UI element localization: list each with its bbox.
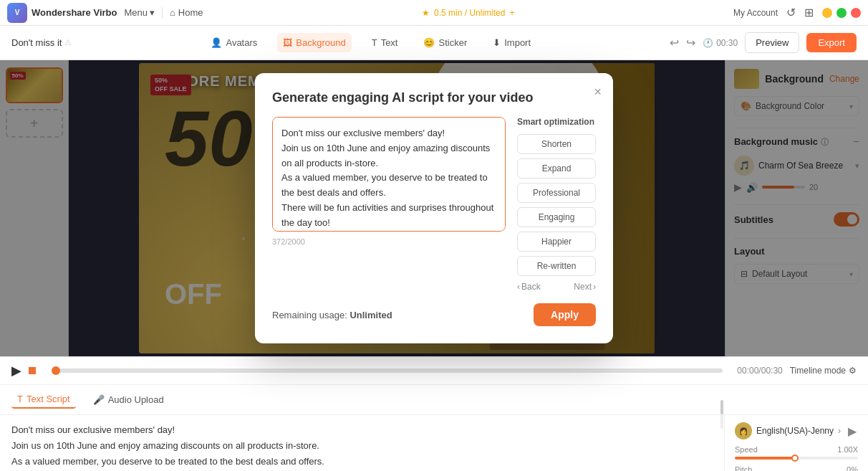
play-button[interactable]: ▶ xyxy=(11,363,21,379)
script-textarea-wrap: Don't miss our exclusive members' day! J… xyxy=(272,117,506,292)
scrollbar xyxy=(720,415,723,429)
speed-fill xyxy=(735,457,796,460)
rewritten-button[interactable]: Re-written xyxy=(517,256,596,276)
logo-icon: V xyxy=(7,3,27,23)
voice-name: English(USA)-Jenny xyxy=(756,426,834,436)
sticker-icon: 😊 xyxy=(423,37,435,48)
back-button[interactable]: ‹ Back xyxy=(517,282,541,292)
text-script-tab[interactable]: T Text Script xyxy=(11,391,76,409)
undo-button[interactable]: ↩ xyxy=(670,36,679,49)
toolbar-right: ↩ ↪ 🕐 00:30 Preview Export xyxy=(670,32,857,53)
home-button[interactable]: ⌂ Home xyxy=(170,7,203,18)
top-bar: V Wondershare Virbo Menu ▾ ⌂ Home ★ 0.5 … xyxy=(0,0,868,26)
speed-row: Speed 1.00X xyxy=(735,445,858,460)
toolbar-center: 👤 Avatars 🖼 Background T Text 😊 Sticker … xyxy=(205,33,536,52)
ai-script-modal: × Generate engaging AI script for your v… xyxy=(255,73,613,343)
app-name: Wondershare Virbo xyxy=(32,7,117,18)
voice-play-button[interactable]: ▶ xyxy=(848,424,857,438)
apply-button[interactable]: Apply xyxy=(534,303,596,326)
plan-info: ★ 0.5 min / Unlimited + xyxy=(211,8,726,18)
text-tab[interactable]: T Text xyxy=(366,33,404,52)
text-script-bar: T Text Script 🎤 Audio Upload xyxy=(0,385,868,415)
toolbar-left: Don't miss it ⚠ xyxy=(11,37,72,48)
import-icon: ⬇ xyxy=(493,37,501,48)
pitch-row: Pitch 0% xyxy=(735,465,858,471)
project-name: Don't miss it xyxy=(11,37,62,48)
timeline-controls: ▶ 00:00/00:30 Timeline mode ⚙ xyxy=(0,357,868,385)
add-icon[interactable]: + xyxy=(509,8,514,18)
voice-row: 👩 English(USA)-Jenny › ▶ xyxy=(735,422,858,439)
main-layout: 50% + STORE MEMBER DAY 50 OFF xyxy=(0,60,868,356)
speed-label-row: Speed 1.00X xyxy=(735,445,858,454)
toolbar: Don't miss it ⚠ 👤 Avatars 🖼 Background T… xyxy=(0,26,868,60)
bottom-panel: ▶ 00:00/00:30 Timeline mode ⚙ T Text Scr… xyxy=(0,356,868,471)
chevron-right-icon: › xyxy=(593,282,596,292)
chevron-right-icon[interactable]: › xyxy=(838,426,841,436)
text-script-icon: T xyxy=(17,394,23,404)
home-icon: ⌂ xyxy=(170,7,175,18)
close-button[interactable] xyxy=(851,8,861,18)
import-tab[interactable]: ⬇ Import xyxy=(487,33,536,52)
script-text-panel[interactable]: Don't miss our exclusive members' day! J… xyxy=(0,415,725,471)
export-button[interactable]: Export xyxy=(806,33,857,52)
refresh-icon[interactable]: ↺ xyxy=(786,6,796,19)
pitch-label-row: Pitch 0% xyxy=(735,465,858,471)
menu-button[interactable]: Menu ▾ xyxy=(124,7,155,18)
smart-opt-title: Smart optimization xyxy=(517,117,596,127)
sticker-tab[interactable]: 😊 Sticker xyxy=(418,33,473,52)
window-controls xyxy=(822,8,861,18)
star-icon: ★ xyxy=(422,8,430,18)
minimize-button[interactable] xyxy=(822,8,832,18)
shorten-button[interactable]: Shorten xyxy=(517,134,596,154)
chevron-left-icon: ‹ xyxy=(517,282,520,292)
avatars-tab[interactable]: 👤 Avatars xyxy=(205,33,263,52)
next-button[interactable]: Next › xyxy=(574,282,596,292)
remaining-usage: Remaining usage: Unlimited xyxy=(272,310,392,320)
script-textarea[interactable]: Don't miss our exclusive members' day! J… xyxy=(272,117,506,232)
app-logo: V Wondershare Virbo xyxy=(7,3,117,23)
audio-icon: 🎤 xyxy=(93,394,105,405)
char-count: 372/2000 xyxy=(272,237,506,246)
engaging-button[interactable]: Engaging xyxy=(517,207,596,227)
background-tab[interactable]: 🖼 Background xyxy=(277,33,351,52)
expand-button[interactable]: Expand xyxy=(517,158,596,179)
timeline-mode-button[interactable]: Timeline mode ⚙ xyxy=(790,366,857,376)
progress-dot xyxy=(52,366,60,375)
script-line-1: Don't miss our exclusive members' day! J… xyxy=(11,422,713,471)
modal-overlay: × Generate engaging AI script for your v… xyxy=(0,60,868,356)
happier-button[interactable]: Happier xyxy=(517,232,596,252)
modal-footer: Remaining usage: Unlimited Apply xyxy=(272,303,596,326)
avatar-icon: 👤 xyxy=(211,37,222,48)
settings-icon: ⚙ xyxy=(849,366,857,376)
grid-icon[interactable]: ⊞ xyxy=(804,6,814,19)
smart-optimization-panel: Smart optimization Shorten Expand Profes… xyxy=(517,117,596,292)
redo-button[interactable]: ↪ xyxy=(686,36,695,49)
voice-panel: 👩 English(USA)-Jenny › ▶ Speed 1.00X xyxy=(725,415,868,471)
modal-title: Generate engaging AI script for your vid… xyxy=(272,90,596,105)
progress-indicator xyxy=(29,367,36,374)
progress-bar[interactable] xyxy=(52,368,723,373)
opt-navigation: ‹ Back Next › xyxy=(517,282,596,292)
preview-button[interactable]: Preview xyxy=(745,32,799,53)
speed-thumb xyxy=(791,455,799,462)
maximize-button[interactable] xyxy=(836,8,847,18)
top-bar-right: My Account ↺ ⊞ xyxy=(733,6,861,19)
background-icon: 🖼 xyxy=(283,37,292,48)
project-warning-icon: ⚠ xyxy=(64,38,72,47)
audio-upload-tab[interactable]: 🎤 Audio Upload xyxy=(87,391,170,408)
time-display: 🕐 00:30 xyxy=(703,38,738,48)
modal-body: Don't miss our exclusive members' day! J… xyxy=(272,117,596,292)
chevron-down-icon: ▾ xyxy=(150,7,155,18)
time-display: 00:00/00:30 xyxy=(737,366,782,376)
clock-icon: 🕐 xyxy=(703,38,713,48)
professional-button[interactable]: Professional xyxy=(517,183,596,203)
text-icon: T xyxy=(372,37,377,48)
modal-close-button[interactable]: × xyxy=(594,85,602,100)
speed-slider[interactable] xyxy=(735,457,858,460)
voice-avatar: 👩 xyxy=(735,422,752,439)
account-button[interactable]: My Account xyxy=(733,8,778,18)
script-content-area: Don't miss our exclusive members' day! J… xyxy=(0,415,868,471)
